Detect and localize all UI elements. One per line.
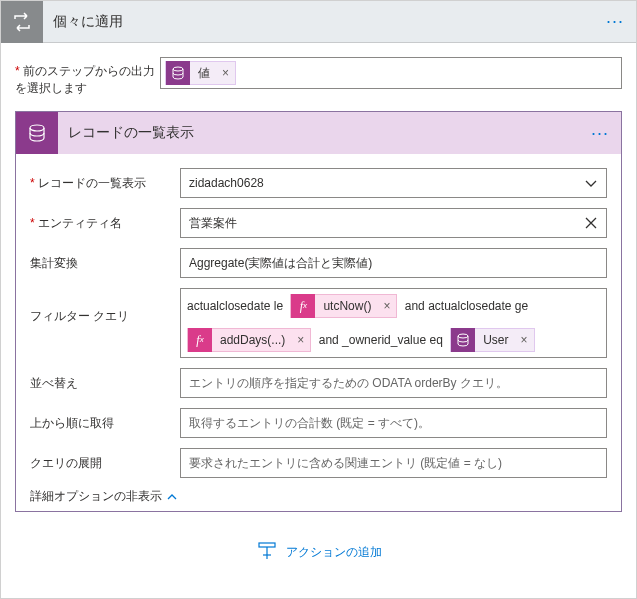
list-select[interactable]: zidadach0628	[180, 168, 607, 198]
add-action-label: アクションの追加	[286, 544, 382, 561]
database-icon	[451, 328, 475, 352]
top-input[interactable]: 取得するエントリの合計数 (既定 = すべて)。	[180, 408, 607, 438]
token-adddays[interactable]: fx addDays(...) ×	[187, 328, 311, 352]
svg-point-0	[173, 67, 183, 71]
agg-value: Aggregate(実際値は合計と実際値)	[189, 255, 372, 272]
hide-advanced-label: 詳細オプションの非表示	[30, 488, 162, 505]
agg-label: 集計変換	[30, 248, 180, 272]
filter-input[interactable]: actualclosedate le fx utcNow() × and act…	[180, 288, 607, 358]
filter-text-2: and actualclosedate ge	[401, 293, 528, 319]
prev-output-field[interactable]: 値 ×	[160, 57, 622, 89]
entity-value: 営業案件	[189, 215, 237, 232]
inner-action-title: レコードの一覧表示	[58, 124, 579, 142]
prev-output-label: 前のステップからの出力を選択します	[15, 57, 160, 97]
list-value: zidadach0628	[189, 176, 264, 190]
inner-menu-button[interactable]: ···	[579, 123, 621, 144]
hide-advanced-link[interactable]: 詳細オプションの非表示	[30, 488, 607, 505]
filter-label: フィルター クエリ	[30, 288, 180, 325]
chevron-down-icon[interactable]	[582, 174, 600, 192]
fx-label: utcNow()	[315, 293, 377, 319]
svg-point-2	[458, 334, 468, 338]
token-value[interactable]: 値 ×	[165, 61, 236, 85]
fx-icon: fx	[291, 294, 315, 318]
token-remove-button[interactable]: ×	[291, 327, 310, 353]
outer-action-title: 個々に適用	[43, 13, 594, 31]
outer-menu-button[interactable]: ···	[594, 11, 636, 32]
list-label: レコードの一覧表示	[30, 168, 180, 192]
svg-rect-3	[259, 543, 275, 547]
token-remove-button[interactable]: ×	[377, 293, 396, 319]
order-input[interactable]: エントリの順序を指定するための ODATA orderBy クエリ。	[180, 368, 607, 398]
entity-label: エンティティ名	[30, 208, 180, 232]
agg-input[interactable]: Aggregate(実際値は合計と実際値)	[180, 248, 607, 278]
token-user[interactable]: User ×	[450, 328, 534, 352]
inner-action-card: レコードの一覧表示 ··· レコードの一覧表示 zidadach0628 エンテ…	[15, 111, 622, 512]
expand-label: クエリの展開	[30, 448, 180, 472]
token-label: User	[475, 327, 514, 353]
clear-icon[interactable]	[582, 214, 600, 232]
token-remove-button[interactable]: ×	[514, 327, 533, 353]
top-label: 上から順に取得	[30, 408, 180, 432]
prev-output-row: 前のステップからの出力を選択します 値 ×	[15, 57, 622, 97]
svg-point-1	[30, 125, 44, 131]
database-icon	[16, 112, 58, 154]
expand-input[interactable]: 要求されたエントリに含める関連エントリ (既定値 = なし)	[180, 448, 607, 478]
filter-text-3: and _ownerid_value eq	[315, 327, 446, 353]
database-icon	[166, 61, 190, 85]
token-label: 値	[190, 65, 216, 82]
inner-action-header[interactable]: レコードの一覧表示 ···	[16, 112, 621, 154]
entity-input[interactable]: 営業案件	[180, 208, 607, 238]
chevron-up-icon	[166, 491, 178, 503]
fx-icon: fx	[188, 328, 212, 352]
token-utcnow[interactable]: fx utcNow() ×	[290, 294, 397, 318]
add-step-icon	[256, 541, 278, 563]
outer-action-header[interactable]: 個々に適用 ···	[1, 1, 636, 43]
add-action-button[interactable]: アクションの追加	[1, 541, 636, 563]
token-remove-button[interactable]: ×	[216, 66, 235, 80]
filter-text-1: actualclosedate le	[187, 293, 286, 319]
loop-icon	[1, 1, 43, 43]
fx-label: addDays(...)	[212, 327, 291, 353]
order-label: 並べ替え	[30, 368, 180, 392]
